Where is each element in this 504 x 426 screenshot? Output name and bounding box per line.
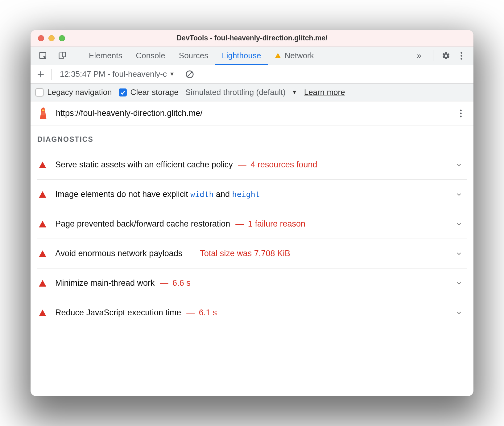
fail-triangle-icon [39,191,47,198]
chevron-down-icon [456,221,462,227]
close-window-button[interactable] [38,35,44,41]
report-selector-dropdown[interactable]: 12:35:47 PM - foul-heavenly-c ▼ [56,69,179,79]
audit-title: Serve static assets with an efficient ca… [55,160,233,169]
fail-triangle-icon [39,161,47,169]
chevron-down-icon [456,309,462,316]
divider [433,50,433,61]
report-menu-button[interactable] [454,107,467,120]
device-toolbar-icon[interactable] [56,49,69,62]
throttling-dropdown[interactable]: Simulated throttling (default) ▼ [185,88,297,97]
audit-text: Avoid enormous network payloads — Total … [55,249,290,258]
chevron-down-icon [456,250,462,257]
svg-point-18 [460,113,461,114]
svg-marker-23 [39,250,46,257]
inspect-element-icon[interactable] [37,49,50,62]
minimize-window-button[interactable] [48,35,55,41]
traffic-lights [31,35,65,41]
clear-report-button[interactable] [184,68,196,80]
kebab-menu-icon[interactable] [455,49,468,62]
tab-label: Network [284,51,314,60]
legacy-navigation-checkbox[interactable]: Legacy navigation [35,88,112,97]
audit-text: Minimize main-thread work — 6.6 s [55,278,191,288]
diagnostics-section: DIAGNOSTICS Serve static assets with an … [31,125,473,396]
tab-elements[interactable]: Elements [82,47,129,65]
tab-label: Console [136,51,165,60]
audit-row[interactable]: Page prevented back/forward cache restor… [37,209,467,239]
audit-text: Page prevented back/forward cache restor… [55,219,305,229]
option-label: Clear storage [130,88,179,97]
svg-marker-24 [39,280,46,287]
svg-marker-20 [39,162,46,168]
window-title: DevTools - foul-heavenly-direction.glitc… [31,34,473,42]
report-url: https://foul-heavenly-direction.glitch.m… [56,109,203,118]
chevron-down-icon [456,280,462,287]
caret-down-icon: ▼ [292,89,297,96]
audit-row[interactable]: Serve static assets with an efficient ca… [37,150,467,179]
titlebar: DevTools - foul-heavenly-direction.glitc… [31,30,473,47]
audit-row[interactable]: Reduce JavaScript execution time — 6.1 s [37,298,467,327]
caret-down-icon: ▼ [169,71,175,77]
fail-triangle-icon [39,280,47,287]
svg-line-11 [187,72,192,76]
audit-detail: — 6.1 s [182,308,217,317]
lighthouse-run-bar: 12:35:47 PM - foul-heavenly-c ▼ [31,65,473,84]
section-heading: DIAGNOSTICS [37,125,467,150]
svg-rect-4 [278,57,279,57]
new-report-button[interactable] [34,67,48,81]
devtools-window: DevTools - foul-heavenly-direction.glitc… [31,30,473,396]
learn-more-link[interactable]: Learn more [304,88,345,97]
tab-console[interactable]: Console [129,47,172,65]
chevron-down-icon [456,162,462,168]
audits-list: Serve static assets with an efficient ca… [37,150,467,327]
audit-text: Serve static assets with an efficient ca… [55,160,317,170]
svg-point-6 [461,55,462,56]
svg-marker-21 [39,191,46,198]
checkbox-unchecked-icon [35,88,43,96]
tab-label: Elements [89,51,122,60]
warning-icon [275,52,281,59]
svg-point-17 [460,109,461,111]
divider [78,50,78,61]
svg-point-7 [461,58,462,59]
svg-point-5 [461,52,462,53]
audit-detail: — 6.6 s [155,278,191,288]
audit-row[interactable]: Minimize main-thread work — 6.6 s [37,268,467,298]
tab-sources[interactable]: Sources [172,47,215,65]
audit-detail: — 1 failure reason [231,219,305,228]
audit-title: Avoid enormous network payloads [55,249,182,258]
clear-storage-checkbox[interactable]: Clear storage [119,88,179,97]
chevron-down-icon [456,191,462,198]
checkbox-checked-icon [119,88,127,96]
audit-row[interactable]: Image elements do not have explicit widt… [37,179,467,209]
report-url-row: https://foul-heavenly-direction.glitch.m… [31,101,473,125]
fail-triangle-icon [39,309,47,317]
tab-label: Sources [179,51,208,60]
svg-marker-13 [40,115,47,119]
tab-label: Lighthouse [222,51,261,60]
report-selector-label: 12:35:47 PM - foul-heavenly-c [60,69,167,79]
maximize-window-button[interactable] [59,35,65,41]
devtools-tabs-bar: Elements Console Sources Lighthouse [31,47,473,65]
svg-marker-16 [41,107,45,109]
audit-title: Reduce JavaScript execution time [55,308,181,317]
settings-icon[interactable] [440,49,452,62]
svg-rect-2 [62,52,66,57]
tab-network[interactable]: Network [268,47,320,65]
audit-text: Reduce JavaScript execution time — 6.1 s [55,308,217,317]
audit-text: Image elements do not have explicit widt… [55,190,260,199]
svg-marker-22 [39,221,46,227]
svg-point-19 [460,116,461,117]
tab-lighthouse[interactable]: Lighthouse [215,47,268,65]
option-label: Legacy navigation [47,88,112,97]
lighthouse-options-bar: Legacy navigation Clear storage Simulate… [31,84,473,101]
audit-title: Image elements do not have explicit widt… [55,190,260,199]
tabs-overflow-button[interactable]: » [411,51,427,60]
fail-triangle-icon [39,250,47,257]
audit-title: Page prevented back/forward cache restor… [55,219,230,228]
svg-rect-3 [278,55,279,56]
fail-triangle-icon [39,220,47,228]
svg-rect-15 [42,109,44,111]
divider [52,69,52,80]
audit-row[interactable]: Avoid enormous network payloads — Total … [37,239,467,268]
lighthouse-logo-icon [37,107,50,120]
